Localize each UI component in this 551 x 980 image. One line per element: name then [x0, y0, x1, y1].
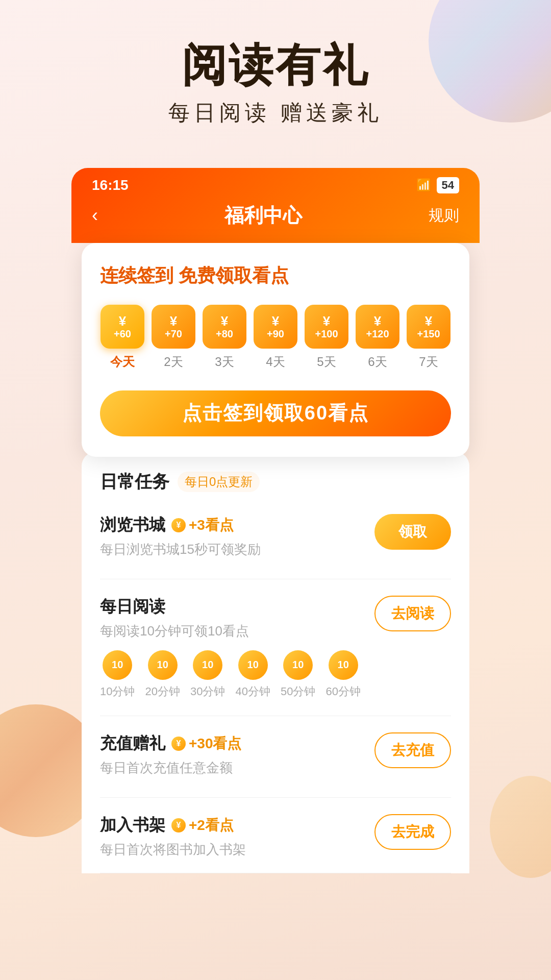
task-item-0: 浏览书城¥+3看点每日浏览书城15秒可领奖励领取 [100, 498, 451, 579]
task-info-0: 浏览书城¥+3看点每日浏览书城15秒可领奖励 [100, 514, 261, 558]
task-name-row-0: 浏览书城¥+3看点 [100, 514, 261, 536]
task-button-3[interactable]: 去完成 [374, 814, 451, 850]
coin-symbol-3: ¥ [272, 314, 279, 328]
coin-amount-0: +60 [114, 329, 131, 339]
wifi-icon: 📶 [416, 178, 432, 192]
day-label-4: 5天 [317, 354, 336, 370]
task-item-3: 加入书架¥+2看点每日首次将图书加入书架去完成 [100, 798, 451, 873]
day-item-1: ¥+702天 [151, 305, 196, 370]
signin-title: 连续签到 免费领取看点 [100, 263, 451, 288]
task-reward-0: ¥+3看点 [171, 516, 234, 535]
coin-amount-2: +80 [216, 329, 233, 339]
task-desc-1: 每阅读10分钟可领10看点 [100, 622, 249, 640]
progress-label-3: 40分钟 [235, 684, 270, 699]
nav-title: 福利中心 [224, 203, 302, 229]
progress-dot-2: 1030分钟 [190, 650, 225, 699]
task-top-1: 每日阅读每阅读10分钟可领10看点去阅读 [100, 596, 451, 640]
task-name-2: 充值赠礼 [100, 732, 165, 755]
day-coin-3[interactable]: ¥+90 [254, 305, 297, 349]
day-coin-2[interactable]: ¥+80 [203, 305, 246, 349]
coin-symbol-2: ¥ [221, 314, 228, 328]
hero-subtitle: 每日阅读 赠送豪礼 [20, 99, 531, 127]
task-info-3: 加入书架¥+2看点每日首次将图书加入书架 [100, 814, 246, 859]
signin-card: 连续签到 免费领取看点 ¥+60今天¥+702天¥+803天¥+904天¥+10… [82, 243, 469, 457]
tasks-section: 日常任务 每日0点更新 浏览书城¥+3看点每日浏览书城15秒可领奖励领取每日阅读… [82, 452, 469, 873]
task-button-1[interactable]: 去阅读 [374, 596, 451, 631]
progress-coin-2: 10 [193, 650, 222, 680]
nav-rule-button[interactable]: 规则 [429, 205, 459, 226]
status-bar: 16:15 📶 54 [71, 168, 480, 198]
day-item-6: ¥+1507天 [406, 305, 451, 370]
progress-label-4: 50分钟 [281, 684, 315, 699]
nav-bar: ‹ 福利中心 规则 [71, 198, 480, 243]
day-item-4: ¥+1005天 [304, 305, 349, 370]
battery-badge: 54 [437, 177, 459, 193]
phone-top-bar: 16:15 📶 54 ‹ 福利中心 规则 [71, 168, 480, 243]
progress-dot-1: 1020分钟 [145, 650, 180, 699]
day-coin-4[interactable]: ¥+100 [305, 305, 348, 349]
progress-row-1: 1010分钟1020分钟1030分钟1040分钟1050分钟1060分钟 [100, 650, 451, 699]
coin-amount-3: +90 [267, 329, 284, 339]
coin-symbol-5: ¥ [374, 314, 381, 328]
task-reward-text-3: +2看点 [189, 816, 234, 835]
decorative-blob-bottom-right [490, 776, 551, 878]
progress-dot-0: 1010分钟 [100, 650, 135, 699]
coin-symbol-6: ¥ [425, 314, 432, 328]
days-row: ¥+60今天¥+702天¥+803天¥+904天¥+1005天¥+1206天¥+… [100, 305, 451, 370]
progress-coin-0: 10 [103, 650, 132, 680]
day-coin-1[interactable]: ¥+70 [152, 305, 195, 349]
coin-amount-6: +150 [417, 329, 440, 339]
task-desc-0: 每日浏览书城15秒可领奖励 [100, 541, 261, 558]
task-name-3: 加入书架 [100, 814, 165, 837]
day-label-5: 6天 [368, 354, 387, 370]
task-coin-icon-2: ¥ [171, 737, 186, 751]
day-coin-6[interactable]: ¥+150 [407, 305, 450, 349]
task-desc-3: 每日首次将图书加入书架 [100, 841, 246, 859]
tasks-header: 日常任务 每日0点更新 [100, 470, 451, 494]
task-coin-icon-3: ¥ [171, 818, 186, 832]
day-label-6: 7天 [419, 354, 438, 370]
day-item-3: ¥+904天 [253, 305, 298, 370]
task-name-row-1: 每日阅读 [100, 596, 249, 618]
day-label-1: 2天 [164, 354, 183, 370]
progress-coin-5: 10 [329, 650, 358, 680]
day-label-0: 今天 [110, 354, 135, 370]
coin-symbol-4: ¥ [323, 314, 330, 328]
task-reward-2: ¥+30看点 [171, 734, 242, 753]
progress-coin-1: 10 [148, 650, 178, 680]
task-reward-3: ¥+2看点 [171, 816, 234, 835]
status-time: 16:15 [92, 177, 129, 193]
task-name-0: 浏览书城 [100, 514, 165, 536]
progress-dot-5: 1060分钟 [325, 650, 360, 699]
progress-label-1: 20分钟 [145, 684, 180, 699]
phone-mockup: 16:15 📶 54 ‹ 福利中心 规则 连续签到 免费领取看点 ¥+60今天¥… [71, 168, 480, 873]
coin-amount-4: +100 [315, 329, 338, 339]
status-right: 📶 54 [416, 177, 459, 193]
signin-button[interactable]: 点击签到领取60看点 [100, 390, 451, 436]
tasks-update-note: 每日0点更新 [178, 472, 260, 492]
progress-coin-4: 10 [283, 650, 313, 680]
day-item-5: ¥+1206天 [355, 305, 400, 370]
day-item-2: ¥+803天 [202, 305, 247, 370]
task-name-row-2: 充值赠礼¥+30看点 [100, 732, 242, 755]
coin-amount-5: +120 [366, 329, 389, 339]
progress-label-5: 60分钟 [325, 684, 360, 699]
task-reward-text-2: +30看点 [189, 734, 242, 753]
day-item-0: ¥+60今天 [100, 305, 145, 370]
day-coin-5[interactable]: ¥+120 [356, 305, 399, 349]
task-button-0[interactable]: 领取 [374, 514, 451, 550]
nav-back-button[interactable]: ‹ [92, 205, 98, 226]
task-info-1: 每日阅读每阅读10分钟可领10看点 [100, 596, 249, 640]
hero-title: 阅读有礼 [20, 41, 531, 90]
coin-symbol-0: ¥ [119, 314, 126, 328]
day-coin-0[interactable]: ¥+60 [101, 305, 144, 349]
task-item-2: 充值赠礼¥+30看点每日首次充值任意金额去充值 [100, 716, 451, 798]
day-label-3: 4天 [266, 354, 285, 370]
progress-label-0: 10分钟 [100, 684, 135, 699]
progress-dot-4: 1050分钟 [281, 650, 315, 699]
day-label-2: 3天 [215, 354, 234, 370]
task-item-1: 每日阅读每阅读10分钟可领10看点去阅读1010分钟1020分钟1030分钟10… [100, 579, 451, 716]
progress-dot-3: 1040分钟 [235, 650, 270, 699]
task-name-row-3: 加入书架¥+2看点 [100, 814, 246, 837]
task-button-2[interactable]: 去充值 [374, 732, 451, 768]
